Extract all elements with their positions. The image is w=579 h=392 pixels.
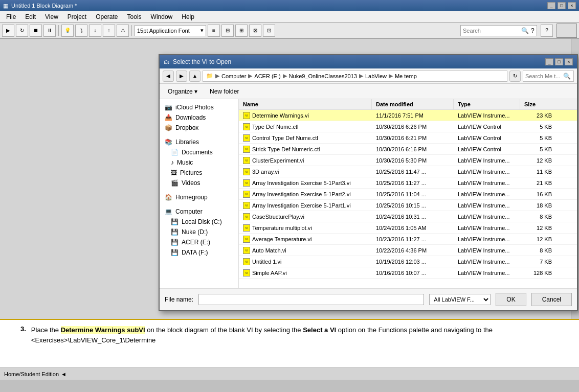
- file-list-header: Name Date modified Type Size: [239, 99, 577, 110]
- reorder-button[interactable]: ⊠: [249, 25, 261, 37]
- file-row[interactable]: VI Array Investigation Exercise 5-1Part1…: [239, 200, 577, 211]
- file-cell-type: LabVIEW Control: [454, 123, 520, 131]
- sidebar-item-dropbox[interactable]: 📦 Dropbox: [160, 123, 238, 133]
- breadcrumb-root-icon: 📁: [206, 73, 213, 79]
- up-button[interactable]: ▲: [189, 71, 201, 82]
- file-row[interactable]: VI Determine Warnings.vi 11/1/2016 7:51 …: [239, 110, 577, 121]
- dialog-search-input[interactable]: [525, 73, 561, 79]
- resize-button[interactable]: ⊞: [235, 25, 248, 37]
- file-cell-size: 5 KB: [520, 145, 556, 153]
- clean-diagram-button[interactable]: ⊡: [263, 25, 275, 37]
- minimize-button[interactable]: _: [547, 2, 555, 9]
- file-cell-name: VI Strick Type Def Numeric.ctl: [239, 145, 372, 154]
- file-cell-date: 10/30/2016 6:26 PM: [372, 123, 454, 131]
- sidebar-item-data-f[interactable]: 💾 DATA (F:): [160, 247, 238, 258]
- file-row[interactable]: VI 3D array.vi 10/25/2016 11:47 ... LabV…: [239, 166, 577, 177]
- step-into-button[interactable]: ↓: [89, 25, 101, 37]
- back-button[interactable]: ◀: [163, 71, 174, 82]
- run-arrow-button[interactable]: ▶: [2, 25, 14, 37]
- refresh-button[interactable]: ↻: [509, 71, 521, 82]
- file-row[interactable]: VI CaseStructurePlay.vi 10/24/2016 10:31…: [239, 211, 577, 222]
- cancel-button[interactable]: Cancel: [531, 293, 572, 306]
- highlight-button[interactable]: 💡: [61, 25, 74, 37]
- file-row[interactable]: VI ClusterExperiment.vi 10/30/2016 5:30 …: [239, 155, 577, 166]
- font-selector[interactable]: 15pt Application Font ▾: [135, 25, 206, 36]
- file-cell-type: LabVIEW Control: [454, 134, 520, 142]
- help-button[interactable]: ?: [541, 25, 553, 37]
- file-row[interactable]: VI Temperature multiplot.vi 10/24/2016 1…: [239, 222, 577, 234]
- file-row[interactable]: VI Control Type Def Nume.ctl 10/30/2016 …: [239, 132, 577, 144]
- file-row[interactable]: VI Type Def Nume.ctl 10/30/2016 6:26 PM …: [239, 121, 577, 132]
- menu-operate[interactable]: Operate: [92, 12, 122, 21]
- close-button[interactable]: ×: [568, 2, 576, 9]
- sidebar-item-pictures[interactable]: 🖼 Pictures: [160, 168, 238, 178]
- sidebar-item-music[interactable]: ♪ Music: [160, 157, 238, 168]
- maximize-button[interactable]: □: [558, 2, 566, 9]
- sidebar-item-local-disk[interactable]: 💾 Local Disk (C:): [160, 217, 238, 227]
- breadcrumb-acer[interactable]: ACER (E:): [254, 73, 280, 79]
- col-type[interactable]: Type: [454, 99, 520, 109]
- menu-edit[interactable]: Edit: [21, 12, 40, 21]
- breadcrumb-nuke9[interactable]: Nuke9_OnlineClasses2013: [289, 73, 357, 79]
- file-row[interactable]: VI Simple AAP.vi 10/16/2016 10:07 ... La…: [239, 267, 577, 279]
- menu-project[interactable]: Project: [63, 12, 91, 21]
- menu-view[interactable]: View: [41, 12, 62, 21]
- file-row[interactable]: VI Auto Match.vi 10/22/2016 4:36 PM LabV…: [239, 245, 577, 256]
- file-row[interactable]: VI Untitled 1.vi 10/19/2016 12:03 ... La…: [239, 256, 577, 267]
- ok-button[interactable]: OK: [496, 293, 526, 306]
- col-name[interactable]: Name: [239, 99, 372, 109]
- sidebar-item-computer[interactable]: 💻 Computer: [160, 206, 238, 217]
- file-cell-name: VI 3D array.vi: [239, 167, 372, 176]
- step-out-button[interactable]: ↑: [103, 25, 115, 37]
- abort-button[interactable]: ⏹: [30, 25, 42, 37]
- breadcrumb[interactable]: 📁 ▶ Computer ▶ ACER (E:) ▶ Nuke9_OnlineC…: [203, 71, 507, 82]
- step-3: 3. Place the Determine Warnings subVI on…: [20, 325, 559, 345]
- dialog-maximize-button[interactable]: □: [555, 58, 563, 65]
- menu-window[interactable]: Window: [147, 12, 177, 21]
- menu-tools[interactable]: Tools: [123, 12, 146, 21]
- run-continuously-button[interactable]: ↻: [16, 25, 28, 37]
- sidebar-item-nuke-d[interactable]: 💾 Nuke (D:): [160, 227, 238, 237]
- distribute-button[interactable]: ⊟: [221, 25, 234, 37]
- new-folder-button[interactable]: New folder: [206, 86, 243, 97]
- breadcrumb-computer[interactable]: Computer: [221, 73, 246, 79]
- menu-help[interactable]: Help: [177, 12, 198, 21]
- breadcrumb-labview[interactable]: LabView: [365, 73, 387, 79]
- align-button[interactable]: ≡: [208, 25, 220, 37]
- file-row[interactable]: VI Array Investigation Exercise 5-1Part2…: [239, 189, 577, 200]
- file-row[interactable]: VI Average Temperature.vi 10/23/2016 11:…: [239, 234, 577, 245]
- dialog-search-bar[interactable]: 🔍: [523, 71, 574, 82]
- menu-file[interactable]: File: [2, 12, 20, 21]
- file-cell-size: 23 KB: [520, 111, 556, 120]
- file-cell-type: LabVIEW Instrume...: [454, 168, 520, 176]
- file-row[interactable]: VI Array Investigation Exercise 5-1Part3…: [239, 177, 577, 189]
- step-over-button[interactable]: ⤵: [75, 25, 87, 37]
- file-cell-date: 10/25/2016 11:47 ...: [372, 168, 454, 176]
- palette-button[interactable]: [556, 24, 577, 38]
- sidebar-item-documents[interactable]: 📄 Documents: [160, 147, 238, 157]
- forward-button[interactable]: ▶: [176, 71, 187, 82]
- sidebar-item-homegroup[interactable]: 🏠 Homegroup: [160, 192, 238, 202]
- breadcrumb-metemp[interactable]: Me temp: [395, 73, 417, 79]
- sidebar-item-downloads[interactable]: 📥 Downloads: [160, 112, 238, 123]
- filetype-select[interactable]: All LabVIEW F...: [429, 294, 491, 305]
- sidebar-item-acer-e[interactable]: 💾 ACER (E:): [160, 237, 238, 247]
- dialog-minimize-button[interactable]: _: [545, 58, 553, 65]
- organize-button[interactable]: Organize ▾: [164, 86, 202, 97]
- file-row[interactable]: VI Strick Type Def Numeric.ctl 10/30/201…: [239, 144, 577, 155]
- dialog-close-button[interactable]: ×: [565, 58, 573, 65]
- search-input[interactable]: [463, 28, 519, 34]
- col-date[interactable]: Date modified: [372, 99, 454, 109]
- file-cell-size: 5 KB: [520, 134, 556, 142]
- search-bar[interactable]: 🔍 ?: [460, 25, 537, 36]
- sidebar-item-icloud-photos[interactable]: 📷 iCloud Photos: [160, 102, 238, 112]
- filename-input[interactable]: [198, 294, 424, 305]
- sidebar-item-libraries[interactable]: 📚 Libraries: [160, 137, 238, 147]
- dropbox-icon: 📦: [165, 124, 172, 131]
- warning-button[interactable]: ⚠: [117, 25, 129, 37]
- vi-file-icon: VI: [243, 191, 250, 198]
- sidebar-item-videos[interactable]: 🎬 Videos: [160, 178, 238, 188]
- col-size[interactable]: Size: [520, 99, 556, 109]
- downloads-icon: 📥: [165, 114, 172, 121]
- pause-button[interactable]: ⏸: [43, 25, 56, 37]
